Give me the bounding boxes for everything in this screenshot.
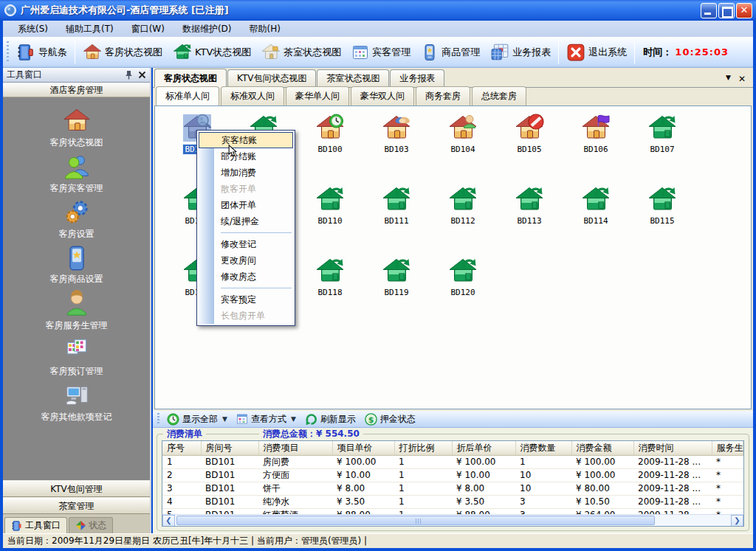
room-BD114[interactable]: BD114 [563,182,629,254]
sidebar-panel-title[interactable]: 酒店客房管理 [3,83,150,97]
table-row-1[interactable]: 2BD101方便面¥ 10.001¥ 10.0010¥ 100.002009-1… [162,468,743,482]
column-header-5[interactable]: 折后单价 [452,441,515,455]
room-BD112[interactable]: BD112 [430,182,496,254]
column-header-1[interactable]: 房间号 [201,441,258,455]
bottom-toolbar-grip[interactable] [157,413,159,425]
room-BD113[interactable]: BD113 [496,182,563,254]
view-tab-1[interactable]: KTV包间状态视图 [227,69,316,87]
toolbar-button-2[interactable]: 客房状态视图 [78,41,168,64]
view-tab-0[interactable]: 客房状态视图 [154,69,227,88]
room-label: BD105 [515,145,543,154]
room-BD107[interactable]: BD107 [629,111,695,182]
context-menu-item-1[interactable]: 部分结账 [199,148,293,164]
menu-item-2[interactable]: 窗口(W) [123,21,173,37]
context-menu-item-5[interactable]: 续/退押金 [199,213,293,229]
table-cell: ¥ 100.00 [571,455,633,468]
toolbar-button-4[interactable]: 茶室状态视图 [256,41,346,64]
close-panel-icon[interactable] [138,71,146,79]
sidebar-item-5[interactable]: 客房预订管理 [3,333,150,379]
menu-item-3[interactable]: 数据维护(D) [173,21,241,37]
scroll-left-button[interactable]: ❮ [162,515,175,527]
toolbar-grip[interactable] [7,41,9,63]
sidebar-bottom-tab-0[interactable]: 工具窗口 [4,517,67,533]
context-menu-item-3[interactable]: 散客开单 [199,181,293,197]
context-menu-item-7[interactable]: 修改登记 [199,236,293,252]
column-header-9[interactable]: 服务生 [712,441,743,455]
toolbar-button-0[interactable]: 导航条 [11,41,72,64]
menu-item-1[interactable]: 辅助工具(T) [57,21,123,37]
scrollbar-track[interactable] [175,515,731,526]
table-row-2[interactable]: 3BD101饼干¥ 8.001¥ 8.0010¥ 80.002009-11-28… [162,482,743,495]
maximize-button[interactable] [718,3,735,18]
bottom-toolbar-button-3[interactable]: $押金状态 [360,412,420,427]
table-horizontal-scrollbar[interactable]: ❮ ❯ [162,514,743,526]
scroll-right-button[interactable]: ❯ [731,515,743,527]
column-header-0[interactable]: 序号 [162,441,201,455]
context-menu-item-0[interactable]: 宾客结账 [199,132,293,148]
room-label: BD115 [648,216,676,226]
sidebar-item-2[interactable]: 客房设置 [3,196,150,242]
room-BD119[interactable]: BD119 [363,254,430,325]
minimize-button[interactable] [701,3,717,18]
context-menu-item-8[interactable]: 更改房间 [199,252,293,268]
context-menu-item-4[interactable]: 团体开单 [199,197,293,213]
toolbar-button-6[interactable]: 商品管理 [416,41,485,63]
table-row-0[interactable]: 1BD101房间费¥ 100.001¥ 100.001¥ 100.002009-… [162,455,743,468]
room-type-tab-3[interactable]: 豪华双人间 [351,86,414,105]
sidebar-bottom-tab-1[interactable]: 状态 [69,517,113,533]
context-menu-item-9[interactable]: 修改房态 [199,268,293,285]
room-type-tab-0[interactable]: 标准单人间 [156,86,219,106]
menu-item-0[interactable]: 系统(S) [9,21,57,37]
tab-close-icon[interactable]: ✕ [738,74,746,84]
sidebar-item-1[interactable]: 客房宾客管理 [3,150,150,196]
column-header-7[interactable]: 消费金额 [571,441,633,455]
tab-dropdown-icon[interactable]: ▼ [726,74,731,84]
room-type-tab-2[interactable]: 豪华单人间 [286,86,349,105]
scrollbar-thumb[interactable] [176,516,655,525]
bottom-toolbar-button-0[interactable]: 显示全部▼ [162,412,232,427]
sidebar-item-3[interactable]: 客房商品设置 [3,242,150,288]
table-row-3[interactable]: 4BD101纯净水¥ 3.501¥ 3.503¥ 10.502009-11-28… [162,495,743,508]
view-tab-2[interactable]: 茶室状态视图 [317,69,389,87]
room-type-tab-5[interactable]: 总统套房 [472,86,526,105]
room-BD120[interactable]: BD120 [430,254,496,325]
room-house-icon [315,185,345,215]
toolbar-button-label: 导航条 [38,46,67,59]
room-BD110[interactable]: BD110 [297,182,363,254]
pin-icon[interactable] [125,70,133,80]
room-BD104[interactable]: BD104 [430,111,496,182]
room-BD111[interactable]: BD111 [363,182,430,254]
room-type-tab-1[interactable]: 标准双人间 [221,86,284,105]
room-BD103[interactable]: BD103 [363,111,430,182]
bottom-toolbar: 显示全部▼查看方式▼刷新显示$押金状态 [153,411,753,428]
context-menu-item-2[interactable]: 增加消费 [199,164,293,181]
toolbar-button-5[interactable]: 宾客管理 [346,41,416,63]
context-menu-item-12[interactable]: 长包房开单 [199,308,293,324]
toolbar-button-9[interactable]: 退出系统 [561,41,632,64]
sidebar-item-4[interactable]: 客房服务生管理 [3,288,150,333]
room-BD106[interactable]: BD106 [563,111,629,182]
room-BD115[interactable]: BD115 [629,182,695,254]
sidebar-item-0[interactable]: 客房状态视图 [3,105,150,150]
sidebar-item-6[interactable]: 客房其他款项登记 [3,379,150,425]
room-BD100[interactable]: BD100 [297,111,363,182]
bottom-toolbar-button-1[interactable]: 查看方式▼ [232,412,300,427]
column-header-2[interactable]: 消费项目 [258,441,332,455]
room-type-tab-4[interactable]: 商务套房 [416,86,470,105]
room-house-icon [448,185,478,215]
sidebar-section-0[interactable]: KTV包间管理 [3,480,150,497]
room-BD105[interactable]: BD105 [496,111,563,182]
column-header-8[interactable]: 消费时间 [633,441,712,455]
room-BD118[interactable]: BD118 [297,254,363,325]
context-menu-item-11[interactable]: 宾客预定 [199,291,293,308]
menu-item-4[interactable]: 帮助(H) [241,21,289,37]
close-button[interactable] [736,3,752,18]
column-header-6[interactable]: 消费数量 [515,441,571,455]
toolbar-button-3[interactable]: KTV状态视图 [168,41,256,64]
column-header-4[interactable]: 打折比例 [394,441,452,455]
bottom-toolbar-button-2[interactable]: 刷新显示 [300,412,360,427]
column-header-3[interactable]: 项目单价 [332,441,394,455]
sidebar-section-1[interactable]: 茶室管理 [3,497,150,514]
view-tab-3[interactable]: 业务报表 [390,69,444,87]
toolbar-button-7[interactable]: 业务报表 [485,41,556,64]
